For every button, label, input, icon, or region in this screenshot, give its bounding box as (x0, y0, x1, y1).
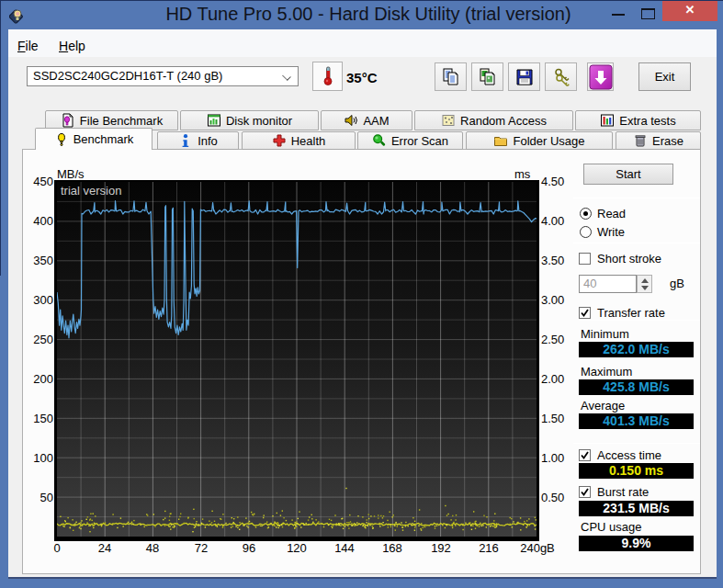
svg-text:trial version: trial version (61, 184, 121, 198)
